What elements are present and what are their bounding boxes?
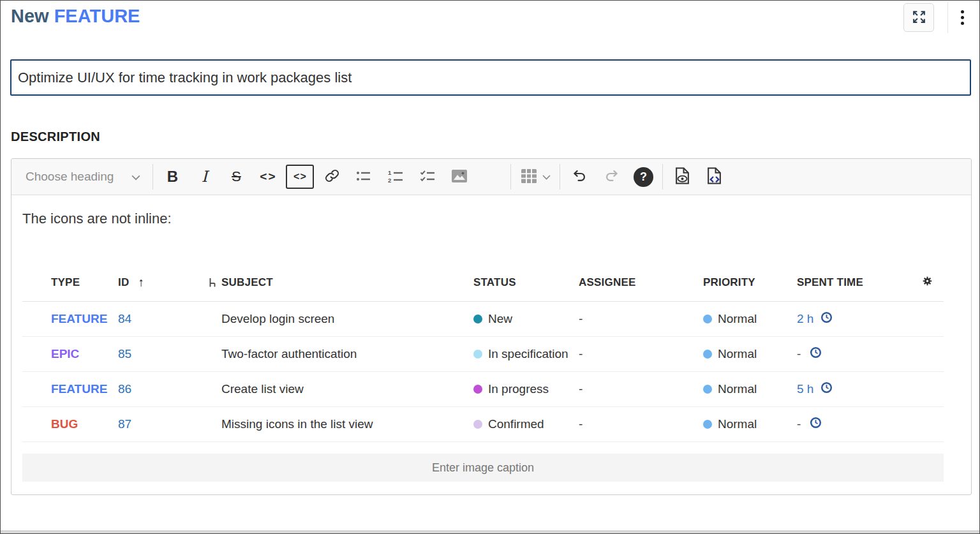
priority-dot <box>703 420 712 429</box>
bold-button[interactable]: B <box>156 163 188 191</box>
toolbar-separator <box>662 164 663 189</box>
work-package-id: 87 <box>118 417 131 431</box>
table-row: FEATURE 86 Create list view In progress … <box>22 372 944 407</box>
clock-icon <box>820 382 833 397</box>
assignee-value: - <box>579 417 583 431</box>
help-button[interactable]: ? <box>627 163 659 191</box>
page-title-type: FEATURE <box>54 6 140 26</box>
fullscreen-button[interactable] <box>903 3 934 32</box>
chevron-down-icon <box>542 172 551 182</box>
quote-icon: “ <box>484 169 500 184</box>
status-dot <box>473 350 482 359</box>
more-options-button[interactable] <box>947 2 977 33</box>
strikethrough-button[interactable]: S <box>220 163 252 191</box>
clock-icon <box>810 346 822 362</box>
work-package-type: FEATURE <box>51 382 107 396</box>
table-row: FEATURE 84 Develop login screen New - No… <box>22 302 944 337</box>
work-package-id: 86 <box>118 382 131 396</box>
gear-icon <box>922 276 933 290</box>
column-header-id-label: ID <box>118 276 129 289</box>
chevron-down-icon <box>131 170 140 184</box>
column-header-status: STATUS <box>473 276 579 289</box>
work-package-subject: Missing icons in the list view <box>221 417 373 431</box>
priority-dot <box>703 350 712 359</box>
table-row: EPIC 85 Two-factor authentication In spe… <box>22 337 944 372</box>
work-package-type: BUG <box>51 417 78 431</box>
work-package-type: EPIC <box>51 347 79 360</box>
todo-list-icon <box>420 170 435 184</box>
svg-text:2: 2 <box>388 177 391 183</box>
help-glyph: ? <box>640 170 647 184</box>
column-header-assignee: ASSIGNEE <box>579 276 703 289</box>
status-label: In specification <box>488 347 568 361</box>
preview-button[interactable] <box>666 163 698 191</box>
subject-input[interactable] <box>10 59 971 96</box>
editor-paragraph: The icons are not inline: <box>22 211 172 227</box>
link-icon <box>325 168 339 185</box>
work-package-subject: Create list view <box>221 382 304 396</box>
column-header-spent-time: SPENT TIME <box>797 276 910 289</box>
link-button[interactable] <box>316 163 348 191</box>
heading-dropdown[interactable]: Choose heading <box>17 163 149 191</box>
source-code-button[interactable] <box>698 163 730 191</box>
bulleted-list-button[interactable] <box>348 163 380 191</box>
assignee-value: - <box>579 347 583 360</box>
new-work-package-page: NewFEATURE DESCRIPTION Choose heading <box>0 0 980 534</box>
bulleted-list-icon <box>356 170 371 184</box>
spent-time-value: 5 h <box>797 382 813 396</box>
priority-dot <box>703 385 712 394</box>
work-package-id: 84 <box>118 312 131 326</box>
help-icon: ? <box>634 167 653 187</box>
assignee-value: - <box>579 312 583 325</box>
undo-icon <box>572 168 588 185</box>
numbered-list-button[interactable]: 12 <box>380 163 412 191</box>
redo-button[interactable] <box>595 163 627 191</box>
priority-label: Normal <box>718 312 757 326</box>
editor-content[interactable]: The icons are not inline: TYPE ID ↑ SUBJ… <box>11 195 971 495</box>
column-header-settings <box>910 276 944 290</box>
status-label: New <box>488 312 512 326</box>
priority-dot <box>703 315 712 323</box>
priority-label: Normal <box>718 347 757 361</box>
sort-ascending-icon: ↑ <box>138 276 144 290</box>
work-package-subject: Two-factor authentication <box>221 347 357 361</box>
column-header-type: TYPE <box>22 276 118 289</box>
code-block-button[interactable]: <> <box>286 165 314 189</box>
strikethrough-icon: S <box>232 168 241 185</box>
work-package-type: FEATURE <box>51 312 107 325</box>
embedded-image-work-package-table[interactable]: TYPE ID ↑ SUBJECT STATUS ASSIGNEE PRIORI… <box>22 264 944 442</box>
work-package-id: 85 <box>118 347 131 361</box>
clock-icon <box>810 417 822 432</box>
code-block-icon: <> <box>293 171 307 182</box>
preview-icon <box>674 167 690 186</box>
todo-list-button[interactable] <box>412 163 443 191</box>
image-caption-input[interactable]: Enter image caption <box>22 454 944 482</box>
hierarchy-icon <box>209 278 217 288</box>
assignee-value: - <box>579 382 583 396</box>
svg-text:1: 1 <box>388 169 392 176</box>
column-header-priority: PRIORITY <box>703 276 797 289</box>
description-label: DESCRIPTION <box>11 130 100 144</box>
clock-icon <box>820 311 833 327</box>
priority-label: Normal <box>718 417 757 431</box>
status-label: Confirmed <box>488 417 544 431</box>
insert-table-button[interactable] <box>514 163 556 191</box>
source-code-icon <box>706 167 722 186</box>
bottom-edge-strip <box>1 530 979 533</box>
inline-code-icon: <> <box>260 170 276 184</box>
undo-button[interactable] <box>563 163 595 191</box>
column-header-subject: SUBJECT <box>221 276 473 289</box>
image-icon <box>451 169 468 185</box>
italic-button[interactable]: I <box>188 163 220 191</box>
insert-image-button[interactable] <box>443 163 475 191</box>
inline-code-button[interactable]: <> <box>252 163 284 191</box>
page-title-prefix: New <box>11 6 49 26</box>
status-dot <box>473 315 482 323</box>
spent-time-value: 2 h <box>797 312 813 326</box>
toolbar-separator <box>560 164 560 189</box>
block-quote-button[interactable]: “ <box>475 163 507 191</box>
heading-dropdown-label: Choose heading <box>26 170 114 184</box>
table-icon <box>521 168 537 186</box>
page-title: NewFEATURE <box>11 6 140 27</box>
numbered-list-icon: 12 <box>388 169 403 185</box>
